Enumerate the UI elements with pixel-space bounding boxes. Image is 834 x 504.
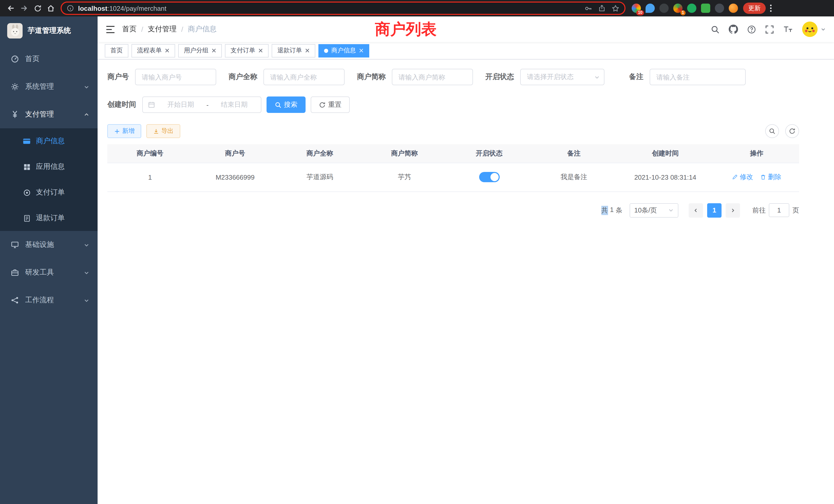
breadcrumb-home[interactable]: 首页	[122, 25, 137, 34]
close-icon[interactable]	[165, 48, 170, 53]
browser-home-icon[interactable]	[44, 2, 58, 15]
merchant-name-input[interactable]	[263, 69, 345, 85]
extension-face-icon[interactable]	[729, 4, 738, 13]
tab-home[interactable]: 首页	[105, 44, 128, 57]
sidebar-item-label: 支付订单	[36, 188, 65, 197]
extension-dark-circle-icon[interactable]	[659, 4, 668, 13]
breadcrumb-pay[interactable]: 支付管理	[148, 25, 177, 34]
merchant-no-input[interactable]	[135, 69, 216, 85]
page-content: 商户号 商户全称 商户简称 开启状态 请选择开启状态	[97, 60, 834, 504]
extension-notes-icon[interactable]	[701, 4, 710, 13]
sidebar-logo[interactable]: 芋道管理系统	[0, 17, 97, 45]
browser-menu-kebab-icon[interactable]	[770, 4, 772, 12]
extension-badge: 10	[636, 10, 644, 16]
site-info-icon[interactable]	[67, 5, 74, 12]
close-icon[interactable]	[258, 48, 263, 53]
status-select[interactable]: 请选择开启状态	[520, 69, 605, 85]
sidebar-item-app-info[interactable]: 应用信息	[0, 154, 97, 180]
toolbox-icon	[10, 269, 19, 277]
filter-label-merchant-no: 商户号	[107, 72, 129, 82]
goto-page-input[interactable]	[769, 203, 789, 217]
workflow-icon	[10, 296, 19, 304]
avatar	[802, 22, 817, 37]
share-icon[interactable]	[598, 5, 606, 12]
chevron-down-icon	[594, 74, 600, 80]
sidebar-collapse-icon[interactable]	[106, 25, 115, 33]
browser-back-icon[interactable]	[4, 2, 18, 15]
sidebar-item-system[interactable]: 系统管理	[0, 73, 97, 100]
page-size-select[interactable]: 10条/页	[630, 203, 678, 217]
close-icon[interactable]	[305, 48, 310, 53]
table-row: 1 M233666999 芋道源码 芋艿 我是备注 2021-10-23 08:…	[107, 163, 799, 191]
tags-view-bar: 首页 流程表单 用户分组 支付订单 退款订单 商户信息	[97, 42, 834, 60]
user-menu[interactable]	[802, 22, 826, 37]
sidebar-item-home[interactable]: 首页	[0, 45, 97, 73]
page-1-button[interactable]: 1	[707, 203, 722, 217]
tab-flow-form[interactable]: 流程表单	[131, 44, 175, 57]
sidebar-item-infra[interactable]: 基础设施	[0, 231, 97, 259]
search-button[interactable]: 搜索	[266, 96, 306, 113]
fullscreen-icon[interactable]	[765, 25, 774, 33]
filter-label-short-name: 商户简称	[357, 72, 386, 82]
tab-merchant-info[interactable]: 商户信息	[319, 44, 369, 57]
dashboard-icon	[10, 55, 19, 63]
cell-merchant-no: M233666999	[193, 163, 278, 191]
sidebar-item-label: 商户信息	[36, 137, 65, 146]
browser-forward-icon[interactable]	[18, 2, 31, 15]
short-name-input[interactable]	[392, 69, 473, 85]
breadcrumb-current: 商户信息	[188, 25, 217, 34]
font-size-icon[interactable]	[783, 25, 793, 33]
goto-label: 前往	[752, 206, 766, 215]
extension-knot-icon[interactable]	[715, 4, 724, 13]
filter-label-merchant-name: 商户全称	[228, 72, 257, 82]
github-icon[interactable]	[729, 25, 738, 34]
prev-page-button[interactable]	[689, 203, 703, 217]
sidebar-item-merchant-info[interactable]: 商户信息	[0, 128, 97, 154]
bookmark-star-icon[interactable]	[612, 4, 619, 12]
tab-refund-order[interactable]: 退款订单	[272, 44, 315, 57]
delete-link[interactable]: 删除	[760, 173, 781, 182]
sidebar-item-refund-order[interactable]: 退款订单	[0, 205, 97, 231]
active-dot	[324, 48, 328, 53]
col-merchant-id: 商户编号	[107, 144, 193, 163]
sidebar-item-label: 基础设施	[25, 240, 54, 249]
create-time-range-picker[interactable]: 开始日期 - 结束日期	[142, 96, 261, 113]
url-text: localhost:1024/pay/merchant	[78, 4, 167, 12]
status-switch[interactable]	[479, 172, 500, 182]
sidebar-item-pay-order[interactable]: 支付订单	[0, 180, 97, 205]
header-search-icon[interactable]	[711, 25, 720, 33]
extension-drop-icon[interactable]	[645, 4, 655, 13]
tab-pay-order[interactable]: 支付订单	[225, 44, 269, 57]
extension-green-circle-icon[interactable]	[687, 4, 696, 13]
password-key-icon[interactable]	[585, 4, 592, 12]
extension-colorwheel-icon[interactable]: 10	[632, 4, 641, 13]
breadcrumb: 首页 / 支付管理 / 商户信息	[122, 25, 217, 34]
date-start-placeholder: 开始日期	[159, 100, 202, 109]
merchant-card-icon	[23, 137, 31, 145]
col-create-time: 创建时间	[616, 144, 714, 163]
next-page-button[interactable]	[726, 203, 740, 217]
edit-link[interactable]: 修改	[732, 173, 753, 182]
sidebar-item-devtools[interactable]: 研发工具	[0, 259, 97, 287]
address-bar[interactable]: localhost:1024/pay/merchant	[61, 2, 626, 15]
grid-icon	[23, 163, 31, 171]
remark-input[interactable]	[650, 69, 746, 85]
close-icon[interactable]	[359, 48, 364, 53]
extension-session-icon[interactable]: 1	[673, 4, 682, 13]
close-icon[interactable]	[212, 48, 216, 53]
chevron-down-icon	[84, 297, 89, 303]
tab-user-group[interactable]: 用户分组	[178, 44, 222, 57]
refresh-button[interactable]	[785, 124, 799, 138]
reset-button[interactable]: 重置	[311, 96, 350, 113]
col-merchant-no: 商户号	[193, 144, 278, 163]
sidebar-item-workflow[interactable]: 工作流程	[0, 287, 97, 314]
filter-label-remark: 备注	[629, 72, 643, 82]
help-icon[interactable]	[747, 25, 756, 33]
export-button[interactable]: 导出	[146, 124, 180, 138]
browser-reload-icon[interactable]	[31, 2, 44, 15]
sidebar-item-pay[interactable]: 支付管理	[0, 100, 97, 128]
add-button[interactable]: 新增	[107, 124, 141, 138]
toggle-search-button[interactable]	[765, 124, 779, 138]
sidebar-item-label: 支付管理	[25, 110, 54, 119]
chrome-update-button[interactable]: 更新	[743, 3, 766, 14]
